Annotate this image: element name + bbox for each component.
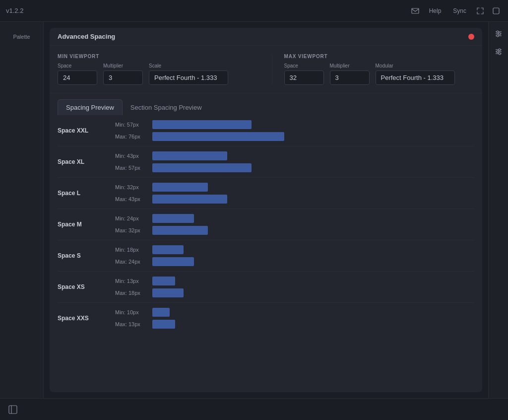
max-viewport-config: MAX VIEWPORT Space Multiplier Modular bbox=[284, 54, 475, 85]
space-max-bar bbox=[152, 132, 284, 141]
space-max-bar-container bbox=[152, 320, 474, 329]
viewport-configs: MIN VIEWPORT Space Multiplier Scale bbox=[50, 46, 482, 93]
min-multiplier-input[interactable] bbox=[103, 70, 143, 85]
mail-icon-button[interactable] bbox=[409, 5, 421, 17]
plugin-header: Advanced Spacing bbox=[50, 28, 482, 46]
space-min-row: Min: 32px bbox=[115, 183, 474, 192]
min-viewport-config: MIN VIEWPORT Space Multiplier Scale bbox=[58, 54, 260, 85]
space-max-bar bbox=[152, 288, 184, 297]
tab-section-spacing-preview[interactable]: Section Spacing Preview bbox=[123, 99, 210, 115]
max-multiplier-input[interactable] bbox=[330, 70, 370, 85]
right-panel-sliders-1[interactable] bbox=[491, 26, 507, 42]
max-modular-input[interactable] bbox=[376, 70, 455, 85]
space-max-bar-container bbox=[152, 288, 474, 297]
help-button[interactable]: Help bbox=[425, 5, 445, 16]
sidebar-toggle-button[interactable] bbox=[6, 403, 20, 417]
bottom-bar bbox=[0, 398, 508, 420]
main-layout: Palette Advanced Spacing MIN VIEWPORT Sp… bbox=[0, 22, 508, 398]
spacing-row: Space S Min: 18px Max: 24px bbox=[58, 240, 474, 272]
top-bar-right: Help Sync bbox=[409, 5, 502, 17]
min-viewport-fields: Space Multiplier Scale bbox=[58, 63, 248, 85]
sliders-icon-1 bbox=[494, 29, 503, 38]
space-max-label: Max: 76px bbox=[115, 134, 147, 140]
space-min-label: Min: 18px bbox=[115, 247, 147, 253]
space-min-bar bbox=[152, 151, 227, 160]
max-space-input[interactable] bbox=[284, 70, 324, 85]
sync-button[interactable]: Sync bbox=[449, 5, 470, 16]
expand-icon-button[interactable] bbox=[474, 5, 486, 17]
space-min-row: Min: 10px bbox=[115, 308, 474, 317]
min-space-input[interactable] bbox=[58, 70, 97, 85]
close-icon-button[interactable] bbox=[490, 5, 502, 17]
space-min-label: Min: 32px bbox=[115, 184, 147, 190]
space-max-bar bbox=[152, 257, 194, 266]
space-max-bar bbox=[152, 226, 208, 235]
close-icon bbox=[492, 7, 500, 15]
space-max-row: Max: 76px bbox=[115, 132, 474, 141]
space-name: Space XXS bbox=[58, 315, 107, 322]
space-min-row: Min: 57px bbox=[115, 120, 474, 129]
close-dot[interactable] bbox=[468, 34, 474, 40]
space-min-row: Min: 18px bbox=[115, 245, 474, 254]
sliders-icon-2 bbox=[494, 47, 503, 56]
svg-point-12 bbox=[497, 51, 499, 53]
space-max-label: Max: 13px bbox=[115, 321, 147, 327]
space-values: Min: 43px Max: 57px bbox=[115, 151, 474, 172]
max-modular-field: Modular bbox=[376, 63, 455, 85]
sidebar: Palette bbox=[0, 22, 44, 398]
space-min-row: Min: 24px bbox=[115, 214, 474, 223]
min-space-field: Space bbox=[58, 63, 97, 85]
content-area: Advanced Spacing MIN VIEWPORT Space Mult… bbox=[44, 22, 488, 398]
space-max-bar-container bbox=[152, 132, 474, 141]
space-values: Min: 32px Max: 43px bbox=[115, 183, 474, 204]
space-max-row: Max: 43px bbox=[115, 195, 474, 204]
min-scale-input[interactable] bbox=[149, 70, 228, 85]
max-multiplier-field: Multiplier bbox=[330, 63, 370, 85]
right-panel-sliders-2[interactable] bbox=[491, 44, 507, 60]
space-values: Min: 10px Max: 13px bbox=[115, 308, 474, 329]
spacing-row: Space XL Min: 43px Max: 57px bbox=[58, 146, 474, 178]
space-values: Min: 24px Max: 32px bbox=[115, 214, 474, 235]
sidebar-item-palette[interactable]: Palette bbox=[7, 28, 37, 46]
space-max-bar-container bbox=[152, 226, 474, 235]
space-min-bar-container bbox=[152, 308, 474, 317]
space-name: Space XXL bbox=[58, 127, 107, 134]
space-values: Min: 18px Max: 24px bbox=[115, 245, 474, 266]
tabs-bar: Spacing Preview Section Spacing Preview bbox=[50, 93, 482, 115]
max-space-field: Space bbox=[284, 63, 324, 85]
tab-spacing-preview[interactable]: Spacing Preview bbox=[58, 99, 123, 115]
space-min-bar-container bbox=[152, 245, 474, 254]
space-min-bar-container bbox=[152, 183, 474, 192]
space-max-row: Max: 32px bbox=[115, 226, 474, 235]
plugin-window: Advanced Spacing MIN VIEWPORT Space Mult… bbox=[50, 28, 482, 392]
top-bar-left: v1.2.2 bbox=[6, 7, 23, 14]
space-min-bar bbox=[152, 183, 208, 192]
space-min-bar-container bbox=[152, 120, 474, 129]
space-min-bar-container bbox=[152, 214, 474, 223]
svg-point-7 bbox=[497, 35, 499, 37]
svg-point-6 bbox=[499, 33, 501, 35]
max-modular-label: Modular bbox=[376, 63, 455, 69]
space-name: Space L bbox=[58, 190, 107, 197]
expand-icon bbox=[476, 7, 484, 15]
max-space-label: Space bbox=[284, 63, 324, 69]
space-min-row: Min: 43px bbox=[115, 151, 474, 160]
space-max-bar-container bbox=[152, 257, 474, 266]
max-viewport-label: MAX VIEWPORT bbox=[284, 54, 475, 59]
space-name: Space XS bbox=[58, 283, 107, 290]
space-min-label: Min: 13px bbox=[115, 278, 147, 284]
space-max-bar-container bbox=[152, 195, 474, 204]
space-min-label: Min: 10px bbox=[115, 309, 147, 315]
svg-rect-1 bbox=[493, 8, 499, 14]
space-max-label: Max: 32px bbox=[115, 227, 147, 233]
min-scale-label: Scale bbox=[149, 63, 228, 69]
top-bar: v1.2.2 Help Sync bbox=[0, 0, 508, 22]
space-max-bar bbox=[152, 195, 227, 204]
space-max-row: Max: 18px bbox=[115, 288, 474, 297]
space-max-bar bbox=[152, 163, 252, 172]
svg-rect-0 bbox=[412, 8, 419, 13]
spacing-row: Space XS Min: 13px Max: 18px bbox=[58, 272, 474, 303]
max-viewport-fields: Space Multiplier Modular bbox=[284, 63, 475, 85]
app-version: v1.2.2 bbox=[6, 7, 23, 14]
min-viewport-label: MIN VIEWPORT bbox=[58, 54, 248, 59]
